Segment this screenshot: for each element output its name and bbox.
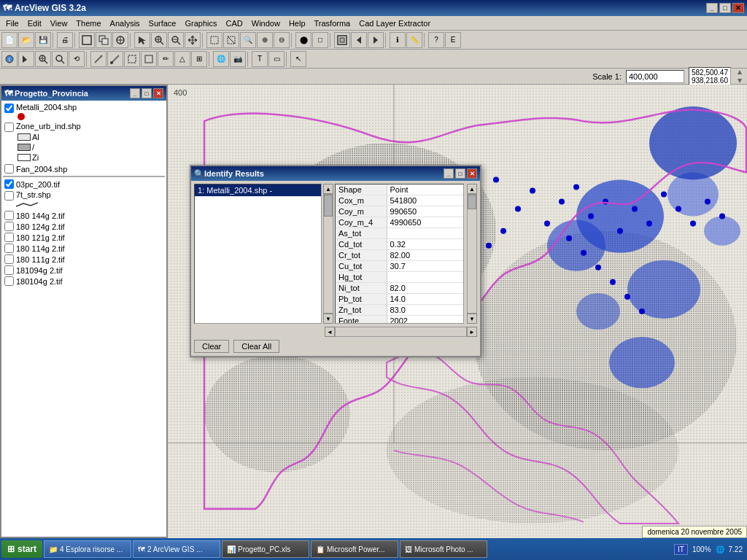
menu-surface[interactable]: Surface xyxy=(144,18,181,29)
menu-view[interactable]: View xyxy=(46,18,72,29)
layer-180121-check[interactable] xyxy=(4,233,14,242)
progetto-maximize[interactable]: □ xyxy=(142,88,152,98)
tb-btn-g2[interactable]: ⊕ xyxy=(257,32,273,48)
map-area[interactable]: 400 🔍 Identify Results _ □ ✕ 1: Metalli_… xyxy=(168,85,747,538)
layer-fan-check[interactable] xyxy=(4,164,14,174)
layer-180124-check[interactable] xyxy=(4,222,14,231)
scroll-up-btn[interactable]: ▲ xyxy=(323,184,333,194)
layer-180104-check[interactable] xyxy=(4,276,14,286)
attr-table-scrollbar[interactable]: ▲ ▼ xyxy=(467,184,477,324)
layer-list-item-1[interactable]: 1: Metalli_2004.shp - xyxy=(195,184,321,197)
taskbar-esplora[interactable]: 📁 4 Esplora risorse ... xyxy=(44,540,131,558)
progetto-close[interactable]: ✕ xyxy=(153,88,163,98)
menu-cad-extractor[interactable]: Cad Layer Extractor xyxy=(355,18,435,29)
layer-180114-check[interactable] xyxy=(4,244,14,253)
t2-btn-12[interactable]: ⊞ xyxy=(191,51,207,67)
layer-181094[interactable]: 181094g 2.tif xyxy=(3,265,165,276)
zoom-out-tool[interactable] xyxy=(168,32,184,48)
select-tool[interactable] xyxy=(206,32,222,48)
menu-theme[interactable]: Theme xyxy=(71,18,105,29)
t2-btn-1[interactable]: i xyxy=(1,51,18,67)
tb-btn-2[interactable] xyxy=(96,32,112,48)
menu-analysis[interactable]: Analysis xyxy=(106,18,144,29)
layer-metalli[interactable]: Metalli_2004.shp xyxy=(3,102,165,121)
open-button[interactable]: 📂 xyxy=(18,32,34,48)
clear-all-button[interactable]: Clear All xyxy=(233,340,279,353)
pan-tool[interactable] xyxy=(185,32,201,48)
layer-03pc-check[interactable] xyxy=(4,179,14,189)
tb-btn-3[interactable] xyxy=(112,32,128,48)
layer-7t-check[interactable] xyxy=(4,191,14,201)
layer-180144-check[interactable] xyxy=(4,211,14,220)
hscroll-left[interactable]: ◄ xyxy=(325,327,335,337)
layer-180121[interactable]: 180 121g 2.tif xyxy=(3,232,165,243)
layer-fan[interactable]: Fan_2004.shp xyxy=(3,163,165,174)
zoom-prev-btn[interactable] xyxy=(351,32,367,48)
layer-metalli-check[interactable] xyxy=(4,104,14,113)
tb-btn-g4[interactable]: ⬤ xyxy=(295,32,311,48)
t2-btn-2[interactable] xyxy=(18,51,34,67)
menu-file[interactable]: File xyxy=(1,18,23,29)
full-extent-btn[interactable] xyxy=(334,32,350,48)
t2-btn-17[interactable]: ↖ xyxy=(290,51,306,67)
attribute-table-wrap[interactable]: Shape Point Cox_m 541800 Coy_m 990650 Co… xyxy=(335,184,464,324)
cursor-btn[interactable]: E xyxy=(445,32,461,48)
attr-hscrollbar[interactable]: ◄ ► xyxy=(325,327,477,337)
progetto-minimize[interactable]: _ xyxy=(130,88,140,98)
taskbar-photo[interactable]: 🖼 Microsoft Photo ... xyxy=(400,540,487,558)
identify-maximize[interactable]: □ xyxy=(455,168,465,179)
t2-btn-7[interactable] xyxy=(107,51,123,67)
select-rect-tool[interactable] xyxy=(223,32,239,48)
layer-180124[interactable]: 180 124g 2.tif xyxy=(3,221,165,232)
layer-180114[interactable]: 180 114g 2.tif xyxy=(3,243,165,254)
menu-help[interactable]: Help xyxy=(285,18,310,29)
tb-btn-g5[interactable]: □ xyxy=(312,32,328,48)
t2-btn-6[interactable] xyxy=(90,51,107,67)
zoom-next-btn[interactable] xyxy=(368,32,384,48)
menu-edit[interactable]: Edit xyxy=(23,18,46,29)
clear-button[interactable]: Clear xyxy=(194,340,229,353)
t2-btn-5[interactable]: ⟲ xyxy=(69,51,85,67)
scroll-thumb[interactable] xyxy=(324,195,333,217)
zoom-in-tool[interactable] xyxy=(151,32,167,48)
layer-180104[interactable]: 180104g 2.tif xyxy=(3,276,165,287)
menu-cad[interactable]: CAD xyxy=(222,18,247,29)
t2-btn-16[interactable]: ▭ xyxy=(268,51,285,67)
maximize-button[interactable]: □ xyxy=(719,3,731,13)
taskbar-powerpoint[interactable]: 📋 Microsoft Power... xyxy=(311,540,398,558)
layer-list-scrollbar[interactable]: ▲ ▼ xyxy=(323,184,333,324)
identify-close[interactable]: ✕ xyxy=(467,168,477,179)
identify-layer-list[interactable]: 1: Metalli_2004.shp - xyxy=(194,184,322,324)
t2-btn-8[interactable] xyxy=(124,51,140,67)
t2-btn-11[interactable]: △ xyxy=(174,51,190,67)
attr-scroll-down[interactable]: ▼ xyxy=(467,314,477,324)
taskbar-arcview[interactable]: 🗺 2 ArcView GIS ... xyxy=(133,540,220,558)
t2-btn-4[interactable] xyxy=(52,51,68,67)
layer-180144[interactable]: 180 144g 2.tif xyxy=(3,210,165,221)
pointer-tool[interactable] xyxy=(134,32,150,48)
menu-graphics[interactable]: Graphics xyxy=(181,18,222,29)
menu-trasforma[interactable]: Trasforma xyxy=(310,18,355,29)
tb-btn-1[interactable] xyxy=(79,32,95,48)
layer-zone-check[interactable] xyxy=(4,122,14,132)
t2-btn-9[interactable] xyxy=(141,51,157,67)
identify-minimize[interactable]: _ xyxy=(444,168,454,179)
tb-btn-g1[interactable]: 🔍 xyxy=(240,32,256,48)
start-button[interactable]: ⊞ start xyxy=(1,540,42,558)
hscroll-right[interactable]: ► xyxy=(467,327,477,337)
layer-180111[interactable]: 180 111g 2.tif xyxy=(3,254,165,265)
layer-180111-check[interactable] xyxy=(4,254,14,264)
taskbar-excel[interactable]: 📊 Progetto_PC.xls xyxy=(222,540,309,558)
tb-btn-g3[interactable]: ⊖ xyxy=(274,32,290,48)
layer-181094-check[interactable] xyxy=(4,265,14,275)
attr-scroll-thumb[interactable] xyxy=(468,195,476,209)
attr-scroll-up[interactable]: ▲ xyxy=(467,184,477,194)
scroll-down-btn[interactable]: ▼ xyxy=(323,314,333,324)
print-button[interactable]: 🖨 xyxy=(57,32,73,48)
t2-btn-10[interactable]: ✏ xyxy=(158,51,174,67)
scale-input[interactable] xyxy=(626,70,684,83)
save-button[interactable]: 💾 xyxy=(35,32,51,48)
identify-btn-main[interactable]: ℹ xyxy=(390,32,406,48)
identify-dialog-title[interactable]: 🔍 Identify Results _ □ ✕ xyxy=(191,166,480,181)
t2-btn-14[interactable]: 📷 xyxy=(230,51,246,67)
